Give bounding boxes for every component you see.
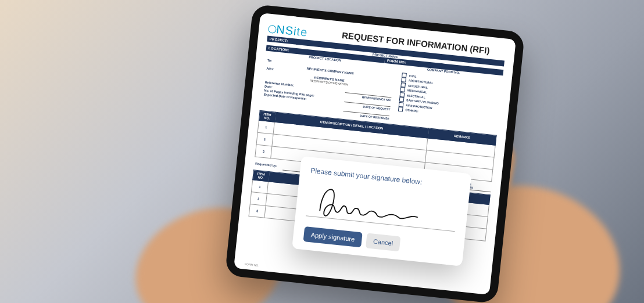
discipline-label: OTHERS: xyxy=(405,108,418,113)
discipline-checkbox[interactable] xyxy=(398,107,403,112)
tablet-device: NSite REQUEST FOR INFORMATION (RFI) PROJ… xyxy=(225,4,525,303)
signature-pad[interactable] xyxy=(305,181,459,237)
item-no-cell: 2 xyxy=(256,132,273,146)
tablet-screen[interactable]: NSite REQUEST FOR INFORMATION (RFI) PROJ… xyxy=(234,13,516,295)
discipline-checkbox[interactable] xyxy=(400,92,405,97)
apply-signature-button[interactable]: Apply signature xyxy=(303,226,363,247)
item-no-cell: 2 xyxy=(250,192,267,206)
footer-form-no: FORM NO. xyxy=(245,262,259,268)
discipline-checkbox[interactable] xyxy=(401,77,406,82)
requested-by-label: Requested by: xyxy=(253,159,283,170)
discipline-checkbox[interactable] xyxy=(402,73,407,78)
item-no-cell: 3 xyxy=(249,204,266,218)
attn-label: Attn: xyxy=(266,67,274,71)
cancel-button[interactable]: Cancel xyxy=(366,233,401,251)
to-label: To: xyxy=(267,59,273,63)
item-no-cell: 1 xyxy=(257,120,274,134)
discipline-label: CIVIL xyxy=(409,74,416,78)
signature-modal: Please submit your signature below: Appl… xyxy=(292,156,471,266)
discipline-checkbox[interactable] xyxy=(401,82,406,88)
discipline-checkbox[interactable] xyxy=(399,102,404,107)
discipline-checkbox[interactable] xyxy=(400,87,406,92)
item-no-cell: 1 xyxy=(251,180,268,194)
signature-stroke-icon xyxy=(305,181,459,237)
discipline-block: CIVILARCHITECTURALSTRUCTURALMECHANICALEL… xyxy=(395,71,502,133)
item-no-cell: 3 xyxy=(255,145,272,158)
discipline-checkbox[interactable] xyxy=(399,97,405,102)
